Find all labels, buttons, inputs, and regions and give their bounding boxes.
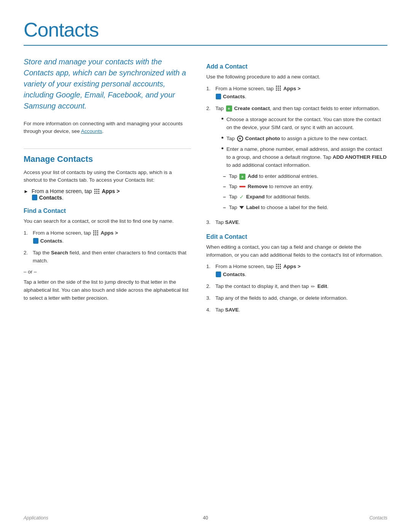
- arrow-down-icon: [239, 206, 244, 209]
- tap-letter-text: Tap a letter on the side of the list to …: [24, 278, 191, 302]
- list-item: 1. From a Home screen, tap: [206, 85, 387, 101]
- svg-rect-9: [93, 230, 94, 232]
- right-column: Add a Contact Use the following procedur…: [206, 56, 387, 318]
- add-contact-steps: 1. From a Home screen, tap: [206, 85, 387, 227]
- svg-rect-31: [278, 266, 279, 267]
- svg-rect-29: [280, 264, 281, 265]
- edit-contact-description: When editing a contact, you can tap a fi…: [206, 243, 387, 259]
- manage-contacts-step-text: From a Home screen, tap: [32, 188, 120, 201]
- checkmark-icon: ✓: [239, 193, 244, 201]
- svg-rect-5: [98, 191, 99, 192]
- svg-rect-34: [278, 268, 279, 269]
- svg-rect-24: [276, 89, 277, 91]
- bullet-dot: [221, 147, 223, 149]
- bullet-dot: [221, 137, 223, 139]
- svg-rect-13: [95, 232, 96, 233]
- list-item: Enter a name, phone number, email addres…: [221, 145, 387, 169]
- svg-rect-2: [98, 189, 99, 190]
- list-item: – Tap Remove to remove an entry.: [223, 183, 387, 191]
- list-item: 2. Tap the contact to display it, and th…: [206, 283, 387, 291]
- svg-rect-30: [276, 266, 277, 267]
- intro-text: Store and manage your contacts with the …: [24, 56, 191, 112]
- svg-rect-11: [97, 230, 98, 232]
- manage-contacts-step: ► From a Home screen, tap: [24, 188, 191, 201]
- list-item: 3. Tap SAVE.: [206, 219, 387, 227]
- svg-rect-17: [97, 234, 98, 235]
- pencil-icon: ✏: [311, 283, 315, 291]
- svg-rect-20: [280, 86, 281, 87]
- add-contact-dash-list: – Tap + Add to enter additional entries.…: [223, 173, 387, 211]
- title-divider: [24, 45, 387, 46]
- svg-rect-12: [93, 232, 94, 233]
- page-footer: Applications 40 Contacts: [0, 515, 411, 521]
- manage-contacts-heading: Manage Contacts: [24, 154, 191, 164]
- add-contact-heading: Add a Contact: [206, 63, 387, 70]
- footer-right: Contacts: [370, 515, 387, 521]
- or-separator: – or –: [24, 269, 191, 275]
- list-item: – Tap + Add to enter additional entries.: [223, 173, 387, 181]
- accounts-link[interactable]: Accounts: [81, 128, 102, 134]
- intro-note: For more information on connecting with …: [24, 120, 191, 136]
- svg-rect-1: [96, 189, 97, 190]
- svg-rect-19: [278, 86, 279, 87]
- minus-icon: [239, 186, 245, 187]
- svg-rect-23: [280, 88, 281, 89]
- apps-icon: [276, 264, 281, 269]
- find-contact-heading: Find a Contact: [24, 208, 191, 214]
- list-item: 1. From a Home screen, tap: [24, 229, 191, 245]
- svg-rect-16: [95, 234, 96, 235]
- svg-rect-6: [94, 193, 96, 194]
- list-item: Tap + Contact photo to assign a picture …: [221, 135, 387, 143]
- contacts-icon: 👤: [33, 238, 38, 244]
- apps-icon: [93, 230, 99, 236]
- arrow-bullet: ►: [24, 189, 29, 194]
- manage-contacts-divider: [24, 149, 191, 149]
- contacts-icon: 👤: [32, 195, 37, 200]
- edit-contact-steps: 1. From a Home screen, tap: [206, 263, 387, 314]
- svg-rect-0: [94, 189, 96, 190]
- contacts-icon: 👤: [216, 94, 221, 99]
- manage-contacts-description: Access your list of contacts by using th…: [24, 169, 191, 185]
- svg-rect-18: [276, 86, 277, 87]
- add-contact-bullets: Choose a storage account for the contact…: [221, 116, 387, 170]
- svg-rect-14: [97, 232, 98, 233]
- find-contact-steps: 1. From a Home screen, tap: [24, 229, 191, 265]
- svg-rect-8: [98, 193, 99, 194]
- svg-rect-27: [276, 264, 277, 265]
- plus-icon: +: [239, 174, 245, 180]
- page-title: Contacts: [24, 18, 387, 41]
- svg-rect-32: [280, 266, 281, 267]
- bullet-dot: [221, 118, 223, 120]
- add-contact-description: Use the following procedure to add a new…: [206, 73, 387, 81]
- svg-rect-26: [280, 89, 281, 91]
- left-column: Store and manage your contacts with the …: [24, 56, 191, 318]
- plus-icon: +: [226, 105, 232, 112]
- circle-plus-icon: +: [237, 136, 243, 142]
- contacts-icon: 👤: [216, 272, 221, 277]
- svg-rect-21: [276, 88, 277, 89]
- svg-rect-15: [93, 234, 94, 235]
- svg-rect-35: [280, 268, 281, 269]
- svg-rect-33: [276, 268, 277, 269]
- list-item: 4. Tap SAVE.: [206, 306, 387, 314]
- list-item: Choose a storage account for the contact…: [221, 116, 387, 132]
- list-item: 2. Tap + Create contact, and then tap co…: [206, 105, 387, 215]
- svg-rect-28: [278, 264, 279, 265]
- edit-contact-heading: Edit a Contact: [206, 233, 387, 240]
- svg-rect-3: [94, 191, 96, 192]
- svg-rect-25: [278, 89, 279, 91]
- find-contact-description: You can search for a contact, or scroll …: [24, 217, 191, 225]
- footer-page-number: 40: [203, 515, 208, 521]
- list-item: – Tap ✓ Expand for additional fields.: [223, 193, 387, 201]
- svg-rect-10: [95, 230, 96, 232]
- list-item: 3. Tap any of the fields to add, change,…: [206, 294, 387, 302]
- list-item: – Tap Label to choose a label for the fi…: [223, 204, 387, 212]
- list-item: 2. Tap the Search field, and then enter …: [24, 249, 191, 265]
- apps-icon: [94, 189, 100, 194]
- list-item: 1. From a Home screen, tap: [206, 263, 387, 279]
- footer-left: Applications: [24, 515, 48, 521]
- svg-rect-22: [278, 88, 279, 89]
- svg-rect-4: [96, 191, 97, 192]
- apps-icon: [276, 86, 281, 91]
- svg-rect-7: [96, 193, 97, 194]
